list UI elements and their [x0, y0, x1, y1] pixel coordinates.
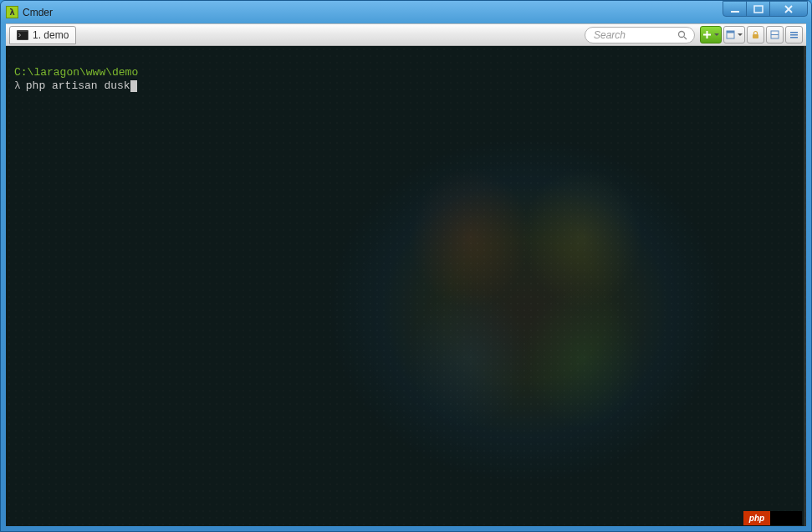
terminal-prompt-line: λ php artisan dusk — [14, 79, 798, 93]
new-tab-button[interactable] — [700, 26, 722, 43]
maximize-button[interactable] — [746, 1, 770, 17]
window-controls — [723, 1, 808, 17]
tab-label: 1. demo — [33, 29, 69, 41]
search-placeholder: Search — [594, 29, 626, 41]
terminal-cursor — [130, 80, 137, 92]
svg-rect-0 — [731, 11, 739, 13]
lock-button[interactable] — [747, 26, 764, 43]
cmder-window: λ Cmder 1. demo Search — [0, 0, 812, 532]
window-icon — [726, 30, 735, 39]
search-icon — [677, 30, 687, 40]
menu-button[interactable] — [785, 26, 803, 43]
terminal-scrollbar[interactable] — [804, 46, 806, 526]
layout-button[interactable] — [766, 26, 784, 43]
terminal-command: php artisan dusk — [26, 79, 130, 93]
svg-rect-8 — [727, 31, 734, 33]
svg-rect-13 — [790, 34, 798, 36]
plus-icon — [702, 30, 712, 39]
svg-rect-6 — [703, 34, 711, 36]
search-input[interactable]: Search — [585, 27, 695, 43]
menu-icon — [789, 30, 799, 39]
svg-rect-14 — [790, 37, 798, 38]
php-badge: php — [743, 511, 802, 525]
toolbar: 1. demo Search — [6, 23, 806, 46]
close-button[interactable] — [769, 1, 808, 17]
window-title: Cmder — [23, 7, 806, 18]
tab-demo[interactable]: 1. demo — [9, 26, 76, 44]
php-badge-label: php — [743, 511, 770, 525]
titlebar[interactable]: λ Cmder — [1, 1, 811, 23]
console-tab-icon — [17, 30, 28, 40]
svg-rect-12 — [790, 32, 798, 33]
minimize-icon — [730, 5, 740, 13]
terminal-content: C:\laragon\www\demo λ php artisan dusk — [6, 46, 806, 526]
app-icon: λ — [6, 6, 18, 18]
close-icon — [784, 5, 794, 13]
layout-icon — [770, 30, 779, 39]
window-options-button[interactable] — [723, 26, 745, 43]
svg-rect-9 — [753, 34, 758, 38]
terminal[interactable]: C:\laragon\www\demo λ php artisan dusk — [6, 46, 806, 526]
terminal-cwd: C:\laragon\www\demo — [14, 66, 798, 79]
svg-rect-3 — [18, 32, 28, 39]
maximize-icon — [753, 5, 763, 13]
svg-rect-1 — [754, 6, 763, 13]
minimize-button[interactable] — [723, 1, 747, 17]
svg-point-4 — [679, 31, 685, 37]
prompt-symbol: λ — [14, 79, 21, 93]
svg-rect-11 — [771, 34, 779, 35]
lock-icon — [751, 30, 760, 39]
